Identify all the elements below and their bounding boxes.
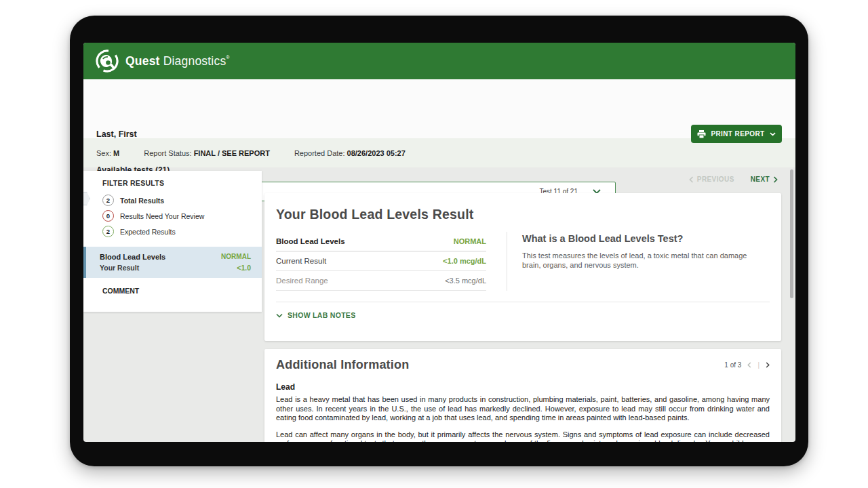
sidebar-item-blood-lead-levels[interactable]: Blood Lead Levels NORMAL Your Result <1.… xyxy=(83,247,262,278)
page-background: Quest Diagnostics® Last, First Sex: M Re… xyxy=(0,0,868,488)
info-next-page-button[interactable] xyxy=(766,362,770,368)
test-description-panel: What is a Blood Lead Levels Test? This t… xyxy=(507,232,770,291)
chevron-right-icon xyxy=(766,362,770,368)
patient-name: Last, First xyxy=(96,129,137,139)
table-header-row: Blood Lead Levels NORMAL xyxy=(276,232,486,251)
report-status: Report Status: FINAL / SEE REPORT xyxy=(144,149,270,157)
filter-item-total-results[interactable]: 2 Total Results xyxy=(83,192,262,208)
info-section-heading: Lead xyxy=(276,382,770,392)
brand-wordmark: Quest Diagnostics® xyxy=(125,54,230,68)
sidebar-item-comment[interactable]: COMMENT xyxy=(83,278,262,295)
expected-results-count-badge: 2 xyxy=(102,226,114,237)
result-card-title: Your Blood Lead Levels Result xyxy=(276,207,770,222)
printer-icon xyxy=(697,130,706,138)
patient-bar: Last, First Sex: M Report Status: FINAL … xyxy=(83,79,795,167)
row-value: <1.0 mcg/dL xyxy=(443,257,486,265)
tablet-frame: Quest Diagnostics® Last, First Sex: M Re… xyxy=(70,16,808,466)
filter-results-title: FILTER RESULTS xyxy=(83,171,262,187)
brand-header: Quest Diagnostics® xyxy=(83,43,795,79)
info-pagination: 1 of 3 | xyxy=(724,361,770,369)
filter-item-label: Total Results xyxy=(120,197,164,205)
your-result-value: <1.0 xyxy=(237,262,251,273)
chevron-right-icon xyxy=(773,176,778,183)
filter-item-label: Results Need Your Review xyxy=(120,212,204,220)
patient-meta: Sex: M Report Status: FINAL / SEE REPORT… xyxy=(96,149,406,157)
filter-item-need-review[interactable]: 0 Results Need Your Review xyxy=(83,208,262,224)
filter-item-label: Expected Results xyxy=(120,228,176,236)
show-lab-notes-toggle[interactable]: SHOW LAB NOTES xyxy=(276,302,770,319)
chevron-down-icon xyxy=(770,132,776,136)
additional-information-title: Additional Information xyxy=(276,358,409,372)
test-name-label: Blood Lead Levels xyxy=(100,251,165,262)
table-row-desired-range: Desired Range <3.5 mcg/dL xyxy=(276,271,486,291)
selected-indicator-bar xyxy=(83,247,86,278)
chevron-left-icon xyxy=(747,362,751,368)
info-paragraph: Lead is a heavy metal that has been used… xyxy=(276,395,770,423)
filter-sidebar: FILTER RESULTS 2 Total Results 0 Results… xyxy=(83,171,262,312)
vertical-scrollbar-thumb[interactable] xyxy=(790,169,793,298)
table-row-current-result: Current Result <1.0 mcg/dL xyxy=(276,251,486,271)
row-label: Current Result xyxy=(276,257,326,265)
row-label: Desired Range xyxy=(276,277,328,285)
need-review-count-badge: 0 xyxy=(102,210,114,222)
test-description-title: What is a Blood Lead Levels Test? xyxy=(522,233,752,244)
test-pager: PREVIOUS NEXT xyxy=(689,176,778,183)
status-value: NORMAL xyxy=(454,237,486,245)
patient-sex: Sex: M xyxy=(96,149,119,157)
previous-test-button[interactable]: PREVIOUS xyxy=(689,176,734,183)
test-name-header: Blood Lead Levels xyxy=(276,237,345,245)
row-value: <3.5 mcg/dL xyxy=(445,277,486,285)
status-badge: NORMAL xyxy=(221,251,251,262)
info-previous-page-button[interactable] xyxy=(747,362,751,368)
total-results-count-badge: 2 xyxy=(102,195,114,206)
app-screen: Quest Diagnostics® Last, First Sex: M Re… xyxy=(83,43,795,442)
test-description-body: This test measures the levels of lead, a… xyxy=(522,251,752,270)
quest-logo-icon xyxy=(95,49,119,73)
result-table: Blood Lead Levels NORMAL Current Result … xyxy=(276,232,507,291)
additional-information-card: Additional Information 1 of 3 | xyxy=(264,349,781,442)
your-result-label: Your Result xyxy=(100,262,139,273)
print-report-label: PRINT REPORT xyxy=(711,130,764,138)
pagination-divider: | xyxy=(757,361,760,369)
chevron-left-icon xyxy=(689,176,694,183)
filter-item-expected-results[interactable]: 2 Expected Results xyxy=(83,224,262,239)
page-count-label: 1 of 3 xyxy=(724,361,741,369)
chevron-down-icon xyxy=(276,313,283,318)
result-card: Your Blood Lead Levels Result Blood Lead… xyxy=(264,193,781,341)
filter-list: 2 Total Results 0 Results Need Your Revi… xyxy=(83,192,262,239)
next-test-button[interactable]: NEXT xyxy=(751,176,778,183)
print-report-button[interactable]: PRINT REPORT xyxy=(691,125,782,143)
results-content: FILTER RESULTS 2 Total Results 0 Results… xyxy=(83,167,795,442)
info-paragraph: Lead can affect many organs in the body,… xyxy=(276,430,770,442)
reported-date: Reported Date: 08/26/2023 05:27 xyxy=(294,149,406,157)
